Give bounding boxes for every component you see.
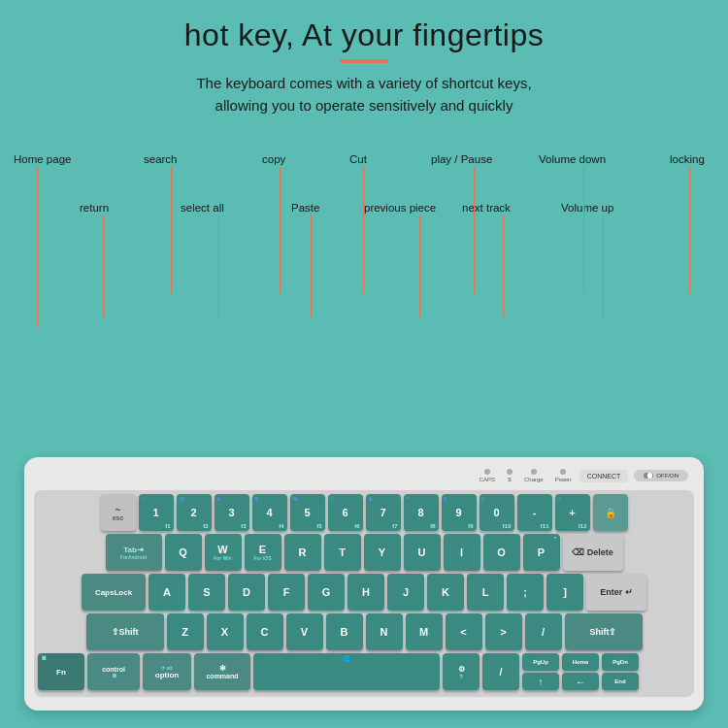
connect-button[interactable]: CONNECT: [579, 470, 629, 482]
delete-label: ⌫ Delete: [572, 547, 613, 557]
f11-icon: -: [520, 496, 522, 502]
key-l[interactable]: L: [467, 574, 504, 611]
key-t[interactable]: T: [324, 534, 361, 571]
key-shift-right[interactable]: Shift⇧: [565, 613, 643, 650]
line-previous-piece: [419, 215, 420, 317]
status-caps: CAPS: [480, 469, 495, 482]
key-v[interactable]: V: [286, 613, 323, 650]
key-n[interactable]: N: [366, 613, 403, 650]
key-b[interactable]: B: [326, 613, 363, 650]
key-k[interactable]: K: [427, 574, 464, 611]
caps-dot: [484, 469, 490, 475]
key-x[interactable]: X: [207, 613, 244, 650]
key-comma[interactable]: <: [446, 613, 482, 650]
arrow-top-row: PgUp: [522, 653, 559, 671]
key-f11[interactable]: - - f11: [517, 494, 552, 531]
key-semicolon[interactable]: ;: [507, 574, 544, 611]
key-control[interactable]: control 🖥: [87, 653, 140, 690]
key-f1[interactable]: ⌂ 1 f1: [139, 494, 174, 531]
key-fn[interactable]: Fn 🖥: [38, 653, 84, 690]
key-settings[interactable]: ⚙ ?: [443, 653, 480, 690]
key-f7[interactable]: & 7 f7: [366, 494, 401, 531]
key-j[interactable]: J: [387, 574, 424, 611]
key-slash2[interactable]: /: [482, 653, 519, 690]
key-q[interactable]: Q: [165, 534, 202, 571]
key-pgup[interactable]: PgUp: [522, 653, 559, 671]
key-delete[interactable]: ⌫ Delete: [563, 534, 623, 571]
key-pgdn[interactable]: PgDn: [602, 653, 639, 671]
f12-label: f12: [579, 523, 587, 529]
key-f8[interactable]: * 8 f8: [404, 494, 439, 531]
key-option[interactable]: ⟳ alt option: [143, 653, 191, 690]
key-esc[interactable]: ~ esc: [101, 494, 136, 531]
key-p[interactable]: P ": [523, 534, 560, 571]
key-f6[interactable]: ^ 6 f6: [328, 494, 363, 531]
key-z[interactable]: Z: [167, 613, 204, 650]
key-home[interactable]: Home: [562, 653, 599, 671]
label-select-all: select all: [181, 202, 224, 214]
f-label: F: [283, 586, 290, 598]
line-locking: [689, 167, 690, 293]
key-down-right[interactable]: End: [602, 673, 639, 690]
f10-num: 0: [493, 507, 499, 518]
home-label: Home: [573, 659, 589, 665]
subtitle-line1: The keyboard comes with a variety of sho…: [196, 75, 531, 91]
key-shift-left[interactable]: ⇧Shift: [86, 613, 164, 650]
key-f4[interactable]: $ 4 f4: [252, 494, 287, 531]
key-e[interactable]: E For iOS: [245, 534, 281, 571]
line-next-track: [503, 215, 504, 317]
key-f10[interactable]: ) 0 f10: [480, 494, 514, 531]
settings-icon: ⚙: [458, 665, 465, 674]
arrow-cluster: PgUp ↑: [522, 653, 559, 690]
key-f5[interactable]: % 5 f5: [290, 494, 325, 531]
key-u[interactable]: U: [404, 534, 441, 571]
esc-sub: esc: [113, 514, 124, 521]
key-h[interactable]: H: [347, 574, 384, 611]
key-d[interactable]: D: [228, 574, 265, 611]
key-y[interactable]: Y: [364, 534, 401, 571]
key-i[interactable]: I: [444, 534, 480, 571]
f9-num: 9: [455, 507, 461, 518]
f5-num: 5: [304, 507, 310, 518]
key-bracket[interactable]: ]: [546, 574, 583, 611]
tab-label: Tab⇥: [123, 546, 144, 554]
line-copy: [280, 167, 281, 293]
key-f[interactable]: F: [268, 574, 305, 611]
key-g[interactable]: G: [308, 574, 345, 611]
key-slash[interactable]: /: [525, 613, 562, 650]
key-capslock[interactable]: CapsLock: [82, 574, 146, 611]
label-volume-down: Volume down: [539, 153, 606, 165]
f4-label: f4: [279, 523, 283, 529]
status-charge: Charge: [524, 469, 544, 482]
f1-num: 1: [152, 507, 158, 518]
key-space[interactable]: 🌐: [253, 653, 440, 690]
key-command[interactable]: ✻ command: [194, 653, 250, 690]
key-up[interactable]: ↑: [522, 673, 559, 690]
key-c[interactable]: C: [247, 613, 283, 650]
t-label: T: [339, 546, 346, 558]
f7-label: f7: [392, 523, 397, 529]
key-f2[interactable]: @ 2 f2: [177, 494, 212, 531]
key-s[interactable]: S: [188, 574, 225, 611]
key-f12[interactable]: = + f12: [555, 494, 590, 531]
key-period[interactable]: >: [485, 613, 522, 650]
line-volume-down: [583, 167, 584, 293]
key-f9[interactable]: ( 9 f9: [442, 494, 477, 531]
key-a[interactable]: A: [149, 574, 185, 611]
main-title: hot key, At your fingertips: [0, 17, 728, 53]
power-button[interactable]: OFF/ON: [634, 470, 688, 481]
key-lock[interactable]: 🔒: [593, 494, 628, 531]
charge-label: Charge: [524, 477, 544, 482]
key-r[interactable]: R: [284, 534, 321, 571]
period-label: >: [500, 626, 506, 638]
bottom-row: Fn 🖥 control 🖥 ⟳ alt option ✻ command: [38, 653, 690, 690]
key-enter[interactable]: Enter ↵: [586, 574, 646, 611]
key-m[interactable]: M: [406, 613, 443, 650]
key-tab[interactable]: Tab⇥ ForAndroid: [106, 534, 162, 571]
key-f3[interactable]: # 3 f3: [215, 494, 249, 531]
label-next-track: next track: [462, 202, 511, 214]
key-w[interactable]: W For Win: [205, 534, 242, 571]
key-left[interactable]: ←: [562, 673, 599, 690]
key-o[interactable]: O: [483, 534, 520, 571]
f9-icon: (: [445, 496, 447, 502]
